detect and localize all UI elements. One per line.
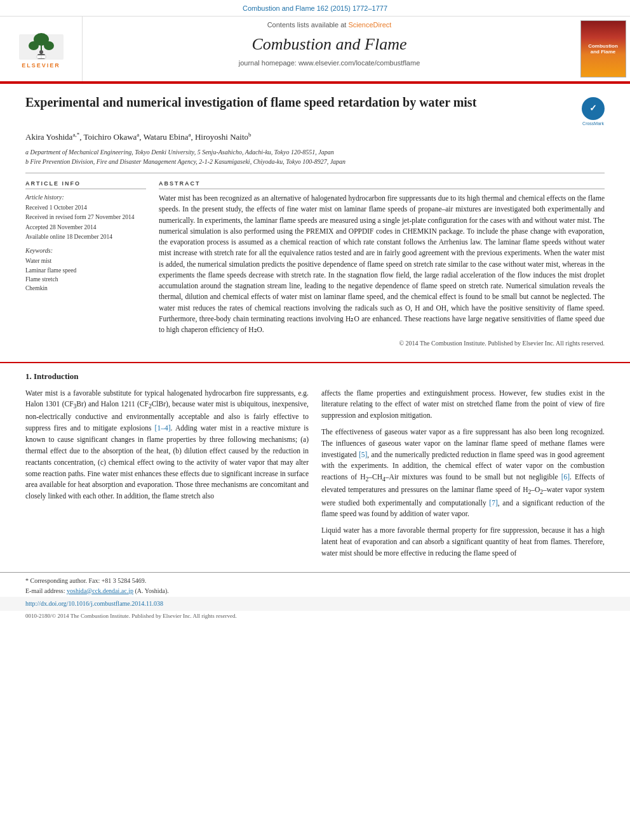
elsevier-logo-area: ELSEVIER (0, 17, 83, 81)
ref-7-link[interactable]: [7] (489, 499, 497, 507)
abstract-label: Abstract (159, 180, 605, 190)
author-okawa: Toichiro Okawa (83, 132, 137, 142)
journal-title-display: Combustion and Flame (89, 33, 570, 56)
footnote-corresponding: * Corresponding author. Fax: +81 3 5284 … (25, 577, 605, 585)
journal-homepage-line: journal homepage: www.elsevier.com/locat… (89, 58, 570, 68)
authors-line: Akira Yoshidaa,*, Toichiro Okawaa, Watar… (25, 131, 605, 143)
journal-citation: Combustion and Flame 162 (2015) 1772–177… (243, 4, 387, 12)
journal-cover-image: Combustion and Flame (580, 20, 626, 77)
contents-available: Contents lists available at ScienceDirec… (89, 20, 570, 30)
doi-link[interactable]: http://dx.doi.org/10.1016/j.combustflame… (25, 600, 163, 607)
available-online-date: Available online 18 December 2014 (25, 233, 146, 241)
keyword-1: Water mist (25, 257, 146, 265)
svg-point-4 (39, 50, 43, 54)
author-naito: Hiroyoshi Naito (195, 132, 248, 142)
article-history-block: Article history: Received 1 October 2014… (25, 193, 146, 241)
history-label: Article history: (25, 193, 146, 202)
journal-title-area: Contents lists available at ScienceDirec… (83, 17, 576, 81)
affiliation-b: b Fire Prevention Division, Fire and Dis… (25, 157, 605, 166)
received-revised-date: Received in revised form 27 November 201… (25, 213, 146, 222)
elsevier-tree-icon (16, 28, 67, 63)
elsevier-wordmark: ELSEVIER (22, 62, 60, 70)
abstract-text: Water mist has been recognized as an alt… (159, 193, 605, 335)
keywords-label: Keywords: (25, 246, 146, 255)
received-date: Received 1 October 2014 (25, 204, 146, 212)
introduction-heading: 1. Introduction (25, 371, 605, 382)
intro-left-col: Water mist is a favorable substitute for… (25, 388, 309, 559)
keywords-block: Keywords: Water mist Laminar flame speed… (25, 246, 146, 293)
citation-bar: Combustion and Flame 162 (2015) 1772–177… (0, 0, 630, 17)
article-title: Experimental and numerical investigation… (25, 94, 575, 110)
crossmark-badge-area: ✓ CrossMark (582, 97, 605, 127)
affiliations: a Department of Mechanical Engineering, … (25, 147, 605, 166)
author-yoshida: Akira Yoshida (25, 132, 72, 142)
email-link[interactable]: yoshida@cck.dendai.ac.jp (67, 587, 133, 594)
crossmark-label: CrossMark (582, 121, 605, 127)
issn-bar: 0010-2180/© 2014 The Combustion Institut… (0, 611, 630, 622)
article-info-section: Article Info Article history: Received 1… (25, 180, 146, 293)
journal-cover-area: Combustion and Flame (576, 17, 630, 81)
ref-5-link[interactable]: [5] (359, 451, 367, 458)
keyword-3: Flame stretch (25, 276, 146, 284)
crossmark-icon: ✓ (582, 97, 605, 120)
body-divider (0, 362, 630, 363)
sciencedirect-link[interactable]: ScienceDirect (348, 21, 391, 29)
journal-header: ELSEVIER Contents lists available at Sci… (0, 17, 630, 83)
keyword-4: Chemkin (25, 284, 146, 293)
affiliation-a: a Department of Mechanical Engineering, … (25, 147, 605, 157)
ref-6-link[interactable]: [6] (561, 473, 570, 481)
doi-bar: http://dx.doi.org/10.1016/j.combustflame… (0, 597, 630, 611)
svg-point-3 (44, 41, 54, 50)
article-divider-1 (25, 173, 605, 173)
abstract-section: Abstract Water mist has been recognized … (159, 180, 605, 349)
author-ebina: Wataru Ebina (144, 132, 189, 142)
footnote-email: E-mail address: yoshida@cck.dendai.ac.jp… (25, 587, 605, 596)
article-info-label: Article Info (25, 180, 146, 190)
intro-right-col: affects the flame properties and extingu… (321, 388, 605, 559)
keyword-2: Laminar flame speed (25, 267, 146, 275)
cover-title-text: Combustion and Flame (584, 43, 623, 55)
accepted-date: Accepted 28 November 2014 (25, 223, 146, 232)
ref-1-4-link[interactable]: [1–4] (155, 424, 171, 432)
copyright-notice: © 2014 The Combustion Institute. Publish… (159, 339, 605, 348)
svg-point-2 (29, 41, 39, 50)
